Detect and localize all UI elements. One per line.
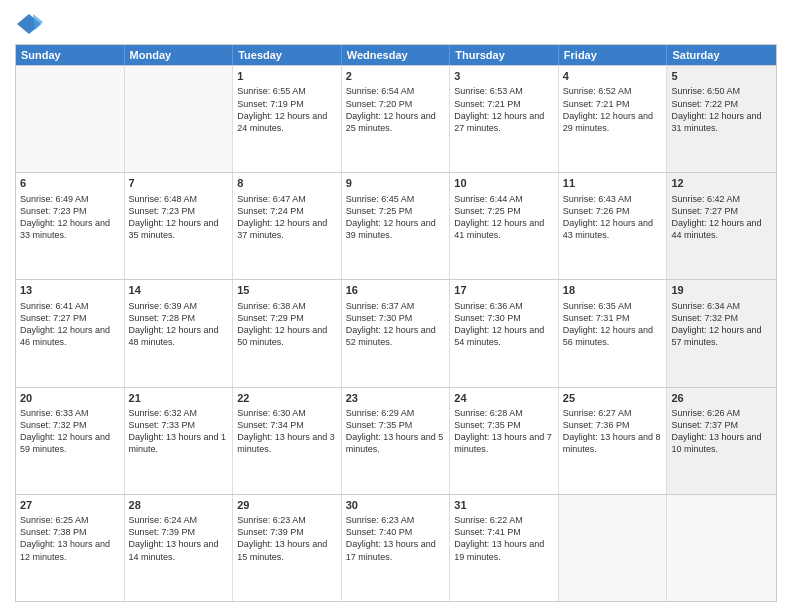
day-info-text: Sunset: 7:25 PM xyxy=(346,205,446,217)
day-info-text: Daylight: 13 hours and 15 minutes. xyxy=(237,538,337,562)
day-info-text: Sunrise: 6:38 AM xyxy=(237,300,337,312)
day-info-text: Sunrise: 6:41 AM xyxy=(20,300,120,312)
day-cell-21: 21Sunrise: 6:32 AMSunset: 7:33 PMDayligh… xyxy=(125,388,234,494)
header-day-monday: Monday xyxy=(125,45,234,65)
day-info-text: Sunrise: 6:36 AM xyxy=(454,300,554,312)
day-info-text: Sunset: 7:20 PM xyxy=(346,98,446,110)
day-info-text: Sunrise: 6:27 AM xyxy=(563,407,663,419)
day-number: 27 xyxy=(20,498,120,513)
day-info-text: Daylight: 13 hours and 1 minute. xyxy=(129,431,229,455)
day-info-text: Sunset: 7:27 PM xyxy=(671,205,772,217)
day-cell-11: 11Sunrise: 6:43 AMSunset: 7:26 PMDayligh… xyxy=(559,173,668,279)
header-day-friday: Friday xyxy=(559,45,668,65)
day-info-text: Sunrise: 6:39 AM xyxy=(129,300,229,312)
header xyxy=(15,10,777,38)
day-number: 22 xyxy=(237,391,337,406)
day-cell-18: 18Sunrise: 6:35 AMSunset: 7:31 PMDayligh… xyxy=(559,280,668,386)
day-cell-8: 8Sunrise: 6:47 AMSunset: 7:24 PMDaylight… xyxy=(233,173,342,279)
logo xyxy=(15,10,47,38)
day-info-text: Sunrise: 6:52 AM xyxy=(563,85,663,97)
day-info-text: Sunrise: 6:26 AM xyxy=(671,407,772,419)
day-info-text: Sunrise: 6:37 AM xyxy=(346,300,446,312)
day-info-text: Daylight: 13 hours and 10 minutes. xyxy=(671,431,772,455)
week-row-4: 27Sunrise: 6:25 AMSunset: 7:38 PMDayligh… xyxy=(16,494,776,601)
day-info-text: Daylight: 12 hours and 59 minutes. xyxy=(20,431,120,455)
day-info-text: Daylight: 12 hours and 41 minutes. xyxy=(454,217,554,241)
day-info-text: Daylight: 12 hours and 35 minutes. xyxy=(129,217,229,241)
day-cell-1: 1Sunrise: 6:55 AMSunset: 7:19 PMDaylight… xyxy=(233,66,342,172)
day-info-text: Daylight: 12 hours and 54 minutes. xyxy=(454,324,554,348)
day-info-text: Daylight: 13 hours and 5 minutes. xyxy=(346,431,446,455)
day-info-text: Sunset: 7:24 PM xyxy=(237,205,337,217)
day-info-text: Daylight: 12 hours and 39 minutes. xyxy=(346,217,446,241)
day-info-text: Daylight: 13 hours and 12 minutes. xyxy=(20,538,120,562)
calendar: SundayMondayTuesdayWednesdayThursdayFrid… xyxy=(15,44,777,602)
week-row-3: 20Sunrise: 6:33 AMSunset: 7:32 PMDayligh… xyxy=(16,387,776,494)
day-number: 7 xyxy=(129,176,229,191)
day-cell-17: 17Sunrise: 6:36 AMSunset: 7:30 PMDayligh… xyxy=(450,280,559,386)
day-info-text: Daylight: 12 hours and 56 minutes. xyxy=(563,324,663,348)
day-info-text: Sunset: 7:40 PM xyxy=(346,526,446,538)
day-info-text: Sunrise: 6:48 AM xyxy=(129,193,229,205)
day-info-text: Daylight: 12 hours and 52 minutes. xyxy=(346,324,446,348)
day-info-text: Sunrise: 6:25 AM xyxy=(20,514,120,526)
day-info-text: Sunset: 7:35 PM xyxy=(346,419,446,431)
day-cell-10: 10Sunrise: 6:44 AMSunset: 7:25 PMDayligh… xyxy=(450,173,559,279)
day-info-text: Sunset: 7:32 PM xyxy=(20,419,120,431)
calendar-body: 1Sunrise: 6:55 AMSunset: 7:19 PMDaylight… xyxy=(16,65,776,601)
day-cell-20: 20Sunrise: 6:33 AMSunset: 7:32 PMDayligh… xyxy=(16,388,125,494)
empty-cell-0-0 xyxy=(16,66,125,172)
logo-icon xyxy=(15,10,43,38)
day-info-text: Daylight: 12 hours and 33 minutes. xyxy=(20,217,120,241)
day-info-text: Daylight: 12 hours and 46 minutes. xyxy=(20,324,120,348)
day-info-text: Sunrise: 6:28 AM xyxy=(454,407,554,419)
day-cell-12: 12Sunrise: 6:42 AMSunset: 7:27 PMDayligh… xyxy=(667,173,776,279)
day-number: 17 xyxy=(454,283,554,298)
day-number: 9 xyxy=(346,176,446,191)
header-day-wednesday: Wednesday xyxy=(342,45,451,65)
day-cell-16: 16Sunrise: 6:37 AMSunset: 7:30 PMDayligh… xyxy=(342,280,451,386)
day-info-text: Daylight: 13 hours and 3 minutes. xyxy=(237,431,337,455)
day-number: 31 xyxy=(454,498,554,513)
day-info-text: Sunrise: 6:30 AM xyxy=(237,407,337,419)
day-number: 16 xyxy=(346,283,446,298)
day-info-text: Daylight: 12 hours and 57 minutes. xyxy=(671,324,772,348)
day-cell-29: 29Sunrise: 6:23 AMSunset: 7:39 PMDayligh… xyxy=(233,495,342,601)
day-info-text: Sunset: 7:32 PM xyxy=(671,312,772,324)
day-info-text: Daylight: 13 hours and 17 minutes. xyxy=(346,538,446,562)
day-cell-14: 14Sunrise: 6:39 AMSunset: 7:28 PMDayligh… xyxy=(125,280,234,386)
day-info-text: Sunrise: 6:32 AM xyxy=(129,407,229,419)
day-number: 4 xyxy=(563,69,663,84)
week-row-0: 1Sunrise: 6:55 AMSunset: 7:19 PMDaylight… xyxy=(16,65,776,172)
day-cell-15: 15Sunrise: 6:38 AMSunset: 7:29 PMDayligh… xyxy=(233,280,342,386)
day-number: 26 xyxy=(671,391,772,406)
day-cell-24: 24Sunrise: 6:28 AMSunset: 7:35 PMDayligh… xyxy=(450,388,559,494)
day-info-text: Sunrise: 6:33 AM xyxy=(20,407,120,419)
day-cell-4: 4Sunrise: 6:52 AMSunset: 7:21 PMDaylight… xyxy=(559,66,668,172)
day-cell-25: 25Sunrise: 6:27 AMSunset: 7:36 PMDayligh… xyxy=(559,388,668,494)
day-number: 25 xyxy=(563,391,663,406)
day-info-text: Sunset: 7:36 PM xyxy=(563,419,663,431)
day-info-text: Sunrise: 6:53 AM xyxy=(454,85,554,97)
day-cell-27: 27Sunrise: 6:25 AMSunset: 7:38 PMDayligh… xyxy=(16,495,125,601)
day-cell-30: 30Sunrise: 6:23 AMSunset: 7:40 PMDayligh… xyxy=(342,495,451,601)
day-info-text: Daylight: 12 hours and 27 minutes. xyxy=(454,110,554,134)
day-info-text: Sunrise: 6:44 AM xyxy=(454,193,554,205)
day-info-text: Sunset: 7:37 PM xyxy=(671,419,772,431)
day-info-text: Daylight: 13 hours and 7 minutes. xyxy=(454,431,554,455)
week-row-2: 13Sunrise: 6:41 AMSunset: 7:27 PMDayligh… xyxy=(16,279,776,386)
day-number: 8 xyxy=(237,176,337,191)
day-number: 19 xyxy=(671,283,772,298)
day-info-text: Sunrise: 6:47 AM xyxy=(237,193,337,205)
week-row-1: 6Sunrise: 6:49 AMSunset: 7:23 PMDaylight… xyxy=(16,172,776,279)
empty-cell-4-6 xyxy=(667,495,776,601)
calendar-header: SundayMondayTuesdayWednesdayThursdayFrid… xyxy=(16,45,776,65)
header-day-tuesday: Tuesday xyxy=(233,45,342,65)
day-number: 14 xyxy=(129,283,229,298)
day-info-text: Daylight: 13 hours and 19 minutes. xyxy=(454,538,554,562)
day-info-text: Daylight: 12 hours and 25 minutes. xyxy=(346,110,446,134)
day-info-text: Sunrise: 6:34 AM xyxy=(671,300,772,312)
day-info-text: Sunset: 7:23 PM xyxy=(129,205,229,217)
day-number: 11 xyxy=(563,176,663,191)
day-number: 30 xyxy=(346,498,446,513)
